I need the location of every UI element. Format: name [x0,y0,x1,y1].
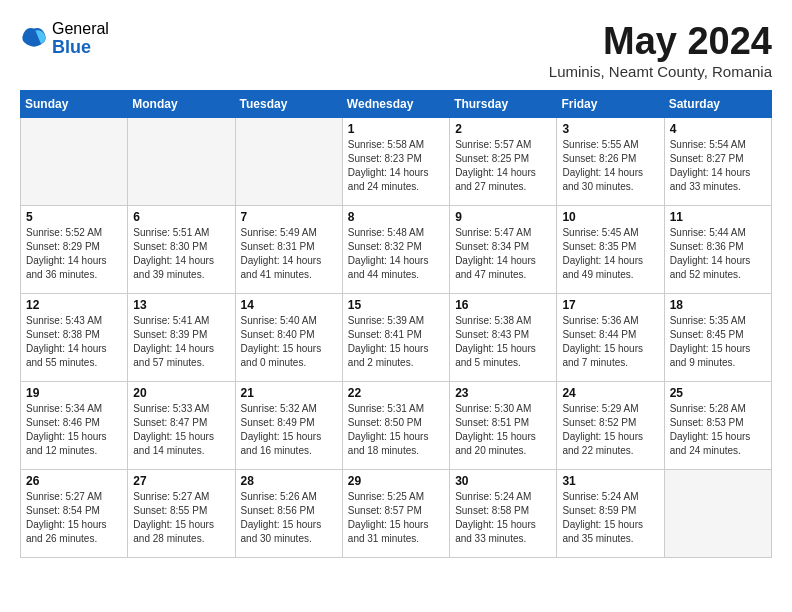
day-header-friday: Friday [557,91,664,118]
day-number: 20 [133,386,229,400]
calendar-table: SundayMondayTuesdayWednesdayThursdayFrid… [20,90,772,558]
calendar-body: 1Sunrise: 5:58 AMSunset: 8:23 PMDaylight… [21,118,772,558]
calendar-cell [664,470,771,558]
day-info: Sunrise: 5:33 AMSunset: 8:47 PMDaylight:… [133,402,229,458]
calendar-cell: 30Sunrise: 5:24 AMSunset: 8:58 PMDayligh… [450,470,557,558]
day-info: Sunrise: 5:47 AMSunset: 8:34 PMDaylight:… [455,226,551,282]
day-number: 8 [348,210,444,224]
logo-icon [20,25,48,53]
location-subtitle: Luminis, Neamt County, Romania [549,63,772,80]
day-info: Sunrise: 5:43 AMSunset: 8:38 PMDaylight:… [26,314,122,370]
logo-general: General [52,20,109,38]
day-number: 18 [670,298,766,312]
day-info: Sunrise: 5:27 AMSunset: 8:54 PMDaylight:… [26,490,122,546]
calendar-week-4: 26Sunrise: 5:27 AMSunset: 8:54 PMDayligh… [21,470,772,558]
day-number: 29 [348,474,444,488]
page-header: General Blue May 2024 Luminis, Neamt Cou… [20,20,772,80]
calendar-cell: 1Sunrise: 5:58 AMSunset: 8:23 PMDaylight… [342,118,449,206]
day-number: 2 [455,122,551,136]
calendar-cell: 6Sunrise: 5:51 AMSunset: 8:30 PMDaylight… [128,206,235,294]
calendar-header: SundayMondayTuesdayWednesdayThursdayFrid… [21,91,772,118]
calendar-cell: 31Sunrise: 5:24 AMSunset: 8:59 PMDayligh… [557,470,664,558]
day-number: 31 [562,474,658,488]
day-info: Sunrise: 5:54 AMSunset: 8:27 PMDaylight:… [670,138,766,194]
calendar-cell: 29Sunrise: 5:25 AMSunset: 8:57 PMDayligh… [342,470,449,558]
day-number: 19 [26,386,122,400]
day-number: 26 [26,474,122,488]
calendar-cell: 8Sunrise: 5:48 AMSunset: 8:32 PMDaylight… [342,206,449,294]
day-info: Sunrise: 5:35 AMSunset: 8:45 PMDaylight:… [670,314,766,370]
day-header-saturday: Saturday [664,91,771,118]
day-number: 13 [133,298,229,312]
calendar-week-3: 19Sunrise: 5:34 AMSunset: 8:46 PMDayligh… [21,382,772,470]
day-info: Sunrise: 5:41 AMSunset: 8:39 PMDaylight:… [133,314,229,370]
day-info: Sunrise: 5:32 AMSunset: 8:49 PMDaylight:… [241,402,337,458]
calendar-cell [235,118,342,206]
calendar-cell: 4Sunrise: 5:54 AMSunset: 8:27 PMDaylight… [664,118,771,206]
day-info: Sunrise: 5:36 AMSunset: 8:44 PMDaylight:… [562,314,658,370]
day-info: Sunrise: 5:24 AMSunset: 8:59 PMDaylight:… [562,490,658,546]
day-number: 21 [241,386,337,400]
day-info: Sunrise: 5:27 AMSunset: 8:55 PMDaylight:… [133,490,229,546]
day-number: 17 [562,298,658,312]
day-number: 15 [348,298,444,312]
calendar-cell: 14Sunrise: 5:40 AMSunset: 8:40 PMDayligh… [235,294,342,382]
day-number: 5 [26,210,122,224]
day-info: Sunrise: 5:31 AMSunset: 8:50 PMDaylight:… [348,402,444,458]
calendar-cell: 22Sunrise: 5:31 AMSunset: 8:50 PMDayligh… [342,382,449,470]
day-header-sunday: Sunday [21,91,128,118]
logo: General Blue [20,20,109,57]
day-number: 11 [670,210,766,224]
calendar-cell: 27Sunrise: 5:27 AMSunset: 8:55 PMDayligh… [128,470,235,558]
day-info: Sunrise: 5:39 AMSunset: 8:41 PMDaylight:… [348,314,444,370]
calendar-cell: 18Sunrise: 5:35 AMSunset: 8:45 PMDayligh… [664,294,771,382]
day-info: Sunrise: 5:29 AMSunset: 8:52 PMDaylight:… [562,402,658,458]
calendar-cell [21,118,128,206]
day-info: Sunrise: 5:28 AMSunset: 8:53 PMDaylight:… [670,402,766,458]
calendar-week-1: 5Sunrise: 5:52 AMSunset: 8:29 PMDaylight… [21,206,772,294]
calendar-cell: 28Sunrise: 5:26 AMSunset: 8:56 PMDayligh… [235,470,342,558]
calendar-cell: 25Sunrise: 5:28 AMSunset: 8:53 PMDayligh… [664,382,771,470]
calendar-cell: 10Sunrise: 5:45 AMSunset: 8:35 PMDayligh… [557,206,664,294]
day-header-tuesday: Tuesday [235,91,342,118]
day-info: Sunrise: 5:30 AMSunset: 8:51 PMDaylight:… [455,402,551,458]
day-info: Sunrise: 5:48 AMSunset: 8:32 PMDaylight:… [348,226,444,282]
day-header-thursday: Thursday [450,91,557,118]
calendar-cell [128,118,235,206]
day-number: 27 [133,474,229,488]
logo-text: General Blue [52,20,109,57]
day-info: Sunrise: 5:44 AMSunset: 8:36 PMDaylight:… [670,226,766,282]
month-title: May 2024 [549,20,772,63]
calendar-cell: 17Sunrise: 5:36 AMSunset: 8:44 PMDayligh… [557,294,664,382]
day-number: 10 [562,210,658,224]
calendar-cell: 2Sunrise: 5:57 AMSunset: 8:25 PMDaylight… [450,118,557,206]
day-info: Sunrise: 5:52 AMSunset: 8:29 PMDaylight:… [26,226,122,282]
calendar-cell: 19Sunrise: 5:34 AMSunset: 8:46 PMDayligh… [21,382,128,470]
day-number: 1 [348,122,444,136]
day-number: 28 [241,474,337,488]
calendar-cell: 3Sunrise: 5:55 AMSunset: 8:26 PMDaylight… [557,118,664,206]
day-info: Sunrise: 5:40 AMSunset: 8:40 PMDaylight:… [241,314,337,370]
calendar-week-2: 12Sunrise: 5:43 AMSunset: 8:38 PMDayligh… [21,294,772,382]
day-info: Sunrise: 5:38 AMSunset: 8:43 PMDaylight:… [455,314,551,370]
calendar-cell: 21Sunrise: 5:32 AMSunset: 8:49 PMDayligh… [235,382,342,470]
calendar-week-0: 1Sunrise: 5:58 AMSunset: 8:23 PMDaylight… [21,118,772,206]
logo-blue: Blue [52,38,109,58]
day-info: Sunrise: 5:45 AMSunset: 8:35 PMDaylight:… [562,226,658,282]
day-header-row: SundayMondayTuesdayWednesdayThursdayFrid… [21,91,772,118]
day-number: 12 [26,298,122,312]
day-info: Sunrise: 5:58 AMSunset: 8:23 PMDaylight:… [348,138,444,194]
day-number: 22 [348,386,444,400]
day-header-wednesday: Wednesday [342,91,449,118]
day-info: Sunrise: 5:51 AMSunset: 8:30 PMDaylight:… [133,226,229,282]
day-number: 9 [455,210,551,224]
day-number: 24 [562,386,658,400]
day-info: Sunrise: 5:49 AMSunset: 8:31 PMDaylight:… [241,226,337,282]
day-info: Sunrise: 5:25 AMSunset: 8:57 PMDaylight:… [348,490,444,546]
day-number: 25 [670,386,766,400]
calendar-cell: 26Sunrise: 5:27 AMSunset: 8:54 PMDayligh… [21,470,128,558]
day-info: Sunrise: 5:24 AMSunset: 8:58 PMDaylight:… [455,490,551,546]
day-number: 14 [241,298,337,312]
day-header-monday: Monday [128,91,235,118]
calendar-cell: 11Sunrise: 5:44 AMSunset: 8:36 PMDayligh… [664,206,771,294]
